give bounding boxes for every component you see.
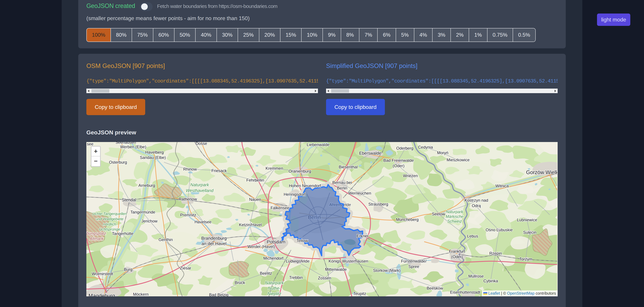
svg-text:Möckern: Möckern: [133, 292, 148, 296]
svg-text:Frankfurt: Frankfurt: [449, 249, 465, 254]
svg-text:Müllrose: Müllrose: [468, 274, 484, 278]
svg-text:Seehausen: Seehausen: [116, 142, 136, 144]
svg-text:Friesack: Friesack: [212, 168, 227, 173]
svg-text:Erkner: Erkner: [357, 234, 369, 238]
svg-text:Burg: Burg: [124, 267, 132, 272]
svg-text:Tangermünde: Tangermünde: [130, 210, 155, 214]
svg-text:Nuthe-: Nuthe-: [268, 286, 280, 290]
svg-text:Bad Belzig: Bad Belzig: [209, 292, 228, 296]
svg-text:Torzym: Torzym: [519, 257, 532, 261]
svg-text:Lubniewice: Lubniewice: [517, 218, 537, 222]
svg-text:Premnitz: Premnitz: [180, 213, 196, 217]
svg-text:Königs Wusterhausen: Königs Wusterhausen: [328, 259, 368, 264]
svg-text:Potsdam: Potsdam: [267, 239, 286, 244]
svg-text:Bernau bei: Bernau bei: [332, 180, 352, 185]
svg-text:Michendorf: Michendorf: [263, 256, 284, 260]
svg-text:Magdeburg: Magdeburg: [88, 293, 115, 296]
svg-text:Zossen: Zossen: [318, 276, 331, 280]
svg-text:Kremmen: Kremmen: [266, 166, 283, 170]
svg-text:Oderberg: Oderberg: [396, 146, 413, 150]
svg-text:Bad Freienwalde: Bad Freienwalde: [383, 158, 414, 163]
svg-text:Falkensee: Falkensee: [270, 206, 290, 210]
svg-text:Mittenwalde: Mittenwalde: [325, 267, 347, 272]
svg-text:Ziesar: Ziesar: [180, 266, 191, 270]
svg-text:Eisenhüttenstadt: Eisenhüttenstadt: [450, 290, 480, 294]
svg-text:Liebenwalde: Liebenwalde: [307, 142, 330, 147]
svg-text:Brück: Brück: [234, 280, 245, 285]
svg-text:nördlich: nördlich: [103, 222, 116, 226]
svg-text:Ośno Lubuskie: Ośno Lubuskie: [486, 228, 513, 232]
svg-text:Biesenthal: Biesenthal: [339, 165, 358, 169]
svg-text:Witnica: Witnica: [496, 184, 509, 188]
svg-text:Beelitz: Beelitz: [260, 271, 272, 276]
svg-text:Uchtsprünge: Uchtsprünge: [99, 227, 120, 232]
svg-text:Cedynia: Cedynia: [418, 145, 433, 150]
svg-text:Nauen: Nauen: [249, 197, 261, 202]
svg-text:Brandenburg: Brandenburg: [201, 236, 227, 241]
svg-text:Hohen Neuendorf: Hohen Neuendorf: [289, 184, 321, 188]
svg-text:Westhavelland: Westhavelland: [186, 188, 214, 193]
svg-text:(Oder): (Oder): [451, 254, 463, 259]
svg-text:Gorzów Wielkopolski: Gorzów Wielkopolski: [526, 170, 557, 175]
svg-text:Seelow: Seelow: [432, 212, 445, 216]
svg-text:Odrą: Odrą: [472, 203, 481, 208]
svg-text:Fehrbellin: Fehrbellin: [246, 178, 264, 182]
svg-text:Ketzin/Havel: Ketzin/Havel: [239, 222, 262, 227]
svg-text:Dosse: Dosse: [196, 142, 207, 146]
svg-text:Berlin: Berlin: [337, 186, 347, 190]
svg-text:Naturpark: Naturpark: [265, 280, 284, 285]
svg-text:Rzepin: Rzepin: [489, 251, 502, 256]
svg-text:Tangerhütte: Tangerhütte: [112, 231, 134, 236]
svg-text:Arneburg: Arneburg: [138, 183, 155, 188]
svg-text:Müncheberg: Müncheberg: [396, 217, 418, 222]
svg-text:(Oder): (Oder): [393, 164, 404, 168]
svg-text:Wriezen: Wriezen: [403, 174, 418, 178]
svg-text:Cybinka: Cybinka: [484, 278, 498, 283]
svg-text:Havelsee: Havelsee: [194, 220, 212, 224]
svg-text:Spree: Spree: [408, 264, 419, 269]
svg-text:an der Havel: an der Havel: [202, 241, 226, 246]
svg-text:Stendal: Stendal: [122, 198, 136, 202]
svg-text:Rhinow: Rhinow: [183, 167, 197, 172]
svg-text:Eberswalde: Eberswalde: [359, 151, 381, 156]
svg-text:Fürstenwalde/: Fürstenwalde/: [401, 259, 427, 264]
svg-text:Sandau (Elbe): Sandau (Elbe): [140, 155, 166, 160]
svg-text:Strausberg: Strausberg: [368, 202, 388, 206]
svg-text:Genthin: Genthin: [158, 237, 173, 242]
svg-text:Sulęcin: Sulęcin: [523, 230, 536, 235]
svg-text:Truppenübungsplatz: Truppenübungsplatz: [86, 231, 106, 236]
svg-text:Schweiz: Schweiz: [447, 219, 462, 224]
svg-text:Naturpark: Naturpark: [190, 182, 209, 187]
svg-text:Naturpark: Naturpark: [446, 210, 463, 214]
svg-text:Ludwigsfelde: Ludwigsfelde: [286, 259, 310, 264]
svg-text:Rathenow: Rathenow: [179, 197, 197, 201]
svg-text:Moryń: Moryń: [437, 150, 448, 155]
svg-text:Werder (Havel): Werder (Havel): [248, 244, 275, 249]
svg-text:Beeskow: Beeskow: [427, 286, 443, 290]
svg-text:see: see: [87, 142, 94, 146]
svg-text:Havelberg: Havelberg: [145, 150, 164, 154]
svg-text:Kostrzyn nad: Kostrzyn nad: [464, 198, 488, 202]
svg-text:Oranienburg: Oranienburg: [288, 169, 311, 174]
svg-text:und Waldgebiete: und Waldgebiete: [96, 217, 124, 221]
svg-text:Uchte-Tangerquellen: Uchte-Tangerquellen: [92, 212, 126, 216]
svg-text:Werneuchen: Werneuchen: [348, 191, 371, 196]
svg-text:Jerichow: Jerichow: [142, 219, 158, 223]
svg-text:Mieszkowice: Mieszkowice: [446, 158, 470, 162]
svg-text:Märkische: Märkische: [446, 214, 464, 219]
svg-text:Altmark: Altmark: [89, 236, 104, 241]
svg-text:Teltow: Teltow: [296, 238, 308, 243]
svg-text:Storkow (Mark): Storkow (Mark): [373, 268, 400, 273]
svg-text:Wolmirstedt: Wolmirstedt: [92, 272, 113, 276]
svg-text:Teupitz: Teupitz: [353, 291, 366, 296]
svg-text:Lebus: Lebus: [467, 234, 478, 238]
svg-text:Hennigsdorf: Hennigsdorf: [284, 192, 306, 196]
svg-text:Osterburg: Osterburg: [109, 160, 127, 164]
svg-text:Werben (Elbe): Werben (Elbe): [120, 144, 146, 149]
svg-text:Nieplitz: Nieplitz: [268, 291, 281, 296]
svg-text:Trebbin: Trebbin: [289, 275, 303, 280]
